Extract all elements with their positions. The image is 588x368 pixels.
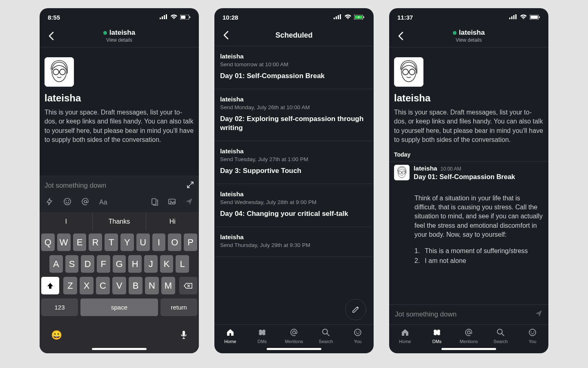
- scheduled-time: Send Wednesday, July 28th at 9:00 PM: [220, 199, 368, 205]
- message-sender: lateisha: [414, 165, 437, 172]
- tab-mentions[interactable]: Mentions: [280, 328, 308, 344]
- scheduled-sender: lateisha: [220, 148, 368, 155]
- key-j[interactable]: J: [144, 255, 158, 273]
- mention-icon[interactable]: [81, 197, 89, 207]
- kb-suggestion[interactable]: I: [40, 212, 93, 231]
- compose-area: Jot something down Aa: [40, 176, 199, 212]
- key-k[interactable]: K: [160, 255, 174, 273]
- kb-suggestion[interactable]: Hi: [146, 212, 199, 231]
- message-input[interactable]: Jot something down: [395, 310, 535, 319]
- key-t[interactable]: T: [105, 233, 118, 251]
- dictation-icon[interactable]: [180, 330, 187, 342]
- expand-icon[interactable]: [187, 181, 194, 190]
- svg-rect-21: [338, 15, 339, 19]
- svg-point-31: [359, 332, 360, 333]
- svg-point-12: [66, 200, 67, 201]
- formatting-icon[interactable]: Aa: [99, 199, 107, 206]
- key-o[interactable]: O: [168, 233, 181, 251]
- scheduled-item[interactable]: lateishaSend Monday, July 26th at 10:00 …: [214, 89, 374, 141]
- header-subtitle: View details: [456, 37, 482, 43]
- svg-rect-39: [539, 16, 540, 18]
- shift-key[interactable]: [41, 277, 59, 294]
- key-z[interactable]: Z: [63, 277, 77, 294]
- profile-avatar[interactable]: [394, 57, 423, 87]
- kb-suggestion[interactable]: Thanks: [93, 212, 146, 231]
- tab-mentions[interactable]: Mentions: [454, 328, 483, 344]
- status-time: 10:28: [223, 14, 238, 21]
- key-e[interactable]: E: [73, 233, 87, 251]
- scheduled-time: Send Tuesday, July 27th at 1:00 PM: [220, 156, 368, 162]
- tab-you[interactable]: You: [343, 328, 372, 344]
- key-m[interactable]: M: [161, 277, 175, 294]
- scheduled-item[interactable]: lateishaSend tomorrow at 10:00 AMDay 01:…: [214, 46, 374, 89]
- key-s[interactable]: S: [65, 255, 79, 273]
- key-x[interactable]: X: [80, 277, 94, 294]
- scheduled-item[interactable]: lateishaSend Wednesday, July 28th at 9:0…: [214, 184, 374, 227]
- svg-point-13: [68, 200, 69, 201]
- send-icon[interactable]: [185, 197, 193, 207]
- key-q[interactable]: Q: [41, 233, 55, 251]
- tab-search[interactable]: Search: [486, 328, 515, 344]
- header-title-area[interactable]: lateisha View details: [407, 29, 530, 43]
- scheduled-header: Scheduled: [214, 26, 374, 46]
- key-b[interactable]: B: [129, 277, 143, 294]
- svg-rect-18: [183, 331, 185, 336]
- key-y[interactable]: Y: [120, 233, 134, 251]
- key-h[interactable]: H: [128, 255, 142, 273]
- backspace-key[interactable]: [179, 277, 197, 294]
- shortcuts-icon[interactable]: [45, 197, 53, 207]
- emoji-keyboard-icon[interactable]: 😀: [51, 330, 62, 342]
- scheduled-list[interactable]: lateishaSend tomorrow at 10:00 AMDay 01:…: [214, 46, 374, 324]
- tab-home[interactable]: Home: [391, 328, 419, 344]
- back-button[interactable]: [45, 29, 58, 43]
- status-bar: 10:28: [214, 8, 374, 26]
- scheduled-item[interactable]: lateishaSend Tuesday, July 27th at 1:00 …: [214, 141, 374, 184]
- back-button[interactable]: [219, 29, 232, 42]
- svg-point-29: [354, 329, 361, 336]
- screen-3-dm-with-message: 11:37 lateisha View details lateisha Thi…: [389, 8, 548, 353]
- home-indicator[interactable]: [441, 348, 496, 350]
- key-f[interactable]: F: [97, 255, 110, 273]
- key-v[interactable]: V: [112, 277, 126, 294]
- back-button[interactable]: [394, 29, 407, 43]
- message-input[interactable]: Jot something down: [45, 182, 183, 190]
- key-a[interactable]: A: [49, 255, 63, 273]
- key-p[interactable]: P: [184, 233, 197, 251]
- attachment-icon[interactable]: [151, 197, 159, 207]
- space-key[interactable]: space: [80, 298, 158, 316]
- scheduled-item[interactable]: lateishaSend Thursday, July 29th at 9:30…: [214, 227, 374, 257]
- emoji-icon[interactable]: [63, 197, 71, 207]
- key-i[interactable]: I: [152, 233, 166, 251]
- compose-fab[interactable]: [345, 299, 366, 320]
- ios-keyboard: I Thanks Hi QWERTYUIOP ASDFGHJKL ZXCVBNM…: [40, 212, 199, 353]
- return-key[interactable]: return: [160, 298, 197, 316]
- numeric-key[interactable]: 123: [41, 298, 78, 316]
- key-l[interactable]: L: [176, 255, 189, 273]
- svg-rect-34: [511, 16, 512, 19]
- key-w[interactable]: W: [57, 233, 71, 251]
- tab-dms[interactable]: DMs: [248, 328, 276, 344]
- tab-dms[interactable]: DMs: [423, 328, 451, 344]
- tab-home[interactable]: Home: [216, 328, 245, 344]
- compose-toolbar: Aa: [40, 195, 199, 212]
- home-indicator[interactable]: [92, 348, 147, 350]
- scheduled-title: Day 02: Exploring self-compassion throug…: [220, 114, 368, 132]
- svg-line-28: [327, 334, 329, 336]
- header-title: Scheduled: [232, 31, 356, 40]
- key-c[interactable]: C: [96, 277, 110, 294]
- key-n[interactable]: N: [145, 277, 159, 294]
- key-u[interactable]: U: [136, 233, 150, 251]
- message-item[interactable]: lateisha 10:00 AM Day 01: Self-Compassio…: [389, 161, 548, 184]
- message-avatar[interactable]: [394, 165, 410, 180]
- send-icon[interactable]: [535, 310, 543, 319]
- home-indicator[interactable]: [267, 348, 321, 350]
- tab-search[interactable]: Search: [312, 328, 340, 344]
- image-icon[interactable]: [168, 197, 176, 207]
- key-g[interactable]: G: [113, 255, 126, 273]
- chat-content[interactable]: lateisha This is your space. Draft messa…: [389, 47, 548, 304]
- header-title-area[interactable]: lateisha View details: [58, 29, 181, 43]
- key-d[interactable]: D: [81, 255, 94, 273]
- key-r[interactable]: R: [89, 233, 102, 251]
- profile-avatar[interactable]: [45, 57, 74, 87]
- tab-you[interactable]: You: [518, 328, 547, 344]
